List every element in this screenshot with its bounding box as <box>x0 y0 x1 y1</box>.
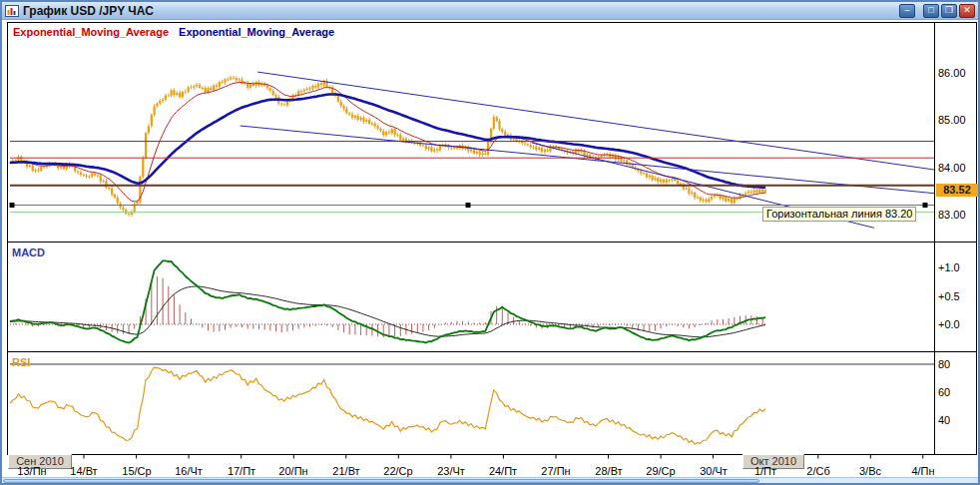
minimize-icon: – <box>904 5 909 15</box>
line-handle <box>923 203 928 208</box>
date-label: 28/Вт <box>586 466 632 477</box>
minimize-button[interactable]: – <box>899 4 915 18</box>
price-axis-label: 83.00 <box>938 209 966 221</box>
maximize-icon: □ <box>928 5 933 15</box>
window-icon <box>5 5 19 17</box>
candlesticks <box>9 76 766 217</box>
chart-body: Exponential_Moving_Average Exponential_M… <box>2 20 978 477</box>
price-axis-label: 86.00 <box>938 67 966 79</box>
date-label: 22/Ср <box>375 466 421 477</box>
macd-axis-label: +1.0 <box>938 261 960 273</box>
line-handle <box>466 203 471 208</box>
date-label: 20/Пн <box>270 466 316 477</box>
macd-axis-label: +0.5 <box>938 290 960 302</box>
current-price-tag: 83.52 <box>936 184 978 197</box>
rsi-axis-label: 60 <box>938 386 950 398</box>
indicator-legend: Exponential_Moving_Average Exponential_M… <box>13 26 334 38</box>
trendline-tooltip: Горизонтальная линия 83.20 <box>762 207 916 222</box>
date-label: 15/Ср <box>114 466 160 477</box>
close-icon: ✕ <box>963 5 971 15</box>
date-label: 14/Вт <box>61 466 107 477</box>
titlebar[interactable]: График USD /JPY ЧАС – □ ❐ ✕ <box>2 2 978 20</box>
price-axis-label: 85.00 <box>938 114 966 126</box>
date-label: 23/Чт <box>428 466 474 477</box>
date-label: 3/Вс <box>847 466 893 477</box>
rsi-axis-label: 80 <box>938 358 950 370</box>
restore-icon: ❐ <box>945 5 953 15</box>
date-label: 17/Пт <box>219 466 264 477</box>
date-label: 2/Сб <box>795 466 841 477</box>
price-axis-label: 84.00 <box>938 162 966 174</box>
chart-canvas[interactable] <box>2 20 978 477</box>
date-label: 24/Пт <box>480 466 526 477</box>
date-label: 29/Ср <box>638 466 684 477</box>
maximize-button[interactable]: □ <box>923 4 939 18</box>
date-label: 21/Вт <box>323 466 369 477</box>
chart-window: График USD /JPY ЧАС – □ ❐ ✕ Exponential_… <box>0 0 980 485</box>
line-handle <box>10 203 15 208</box>
legend-ema-slow: Exponential_Moving_Average <box>179 26 334 38</box>
date-label: 4/Пн <box>900 466 946 477</box>
restore-button[interactable]: ❐ <box>941 4 957 18</box>
window-controls: – □ ❐ ✕ <box>899 4 975 18</box>
date-label: 16/Чт <box>166 466 212 477</box>
date-label: 27/Пн <box>533 466 579 477</box>
rsi-axis-label: 40 <box>938 414 950 426</box>
scrollbar-thumb[interactable] <box>3 479 759 483</box>
window-title: График USD /JPY ЧАС <box>23 3 895 19</box>
macd-label: MACD <box>12 246 45 258</box>
date-label: 13/Пн <box>9 466 55 477</box>
panel-borders <box>8 23 977 455</box>
rsi-label: RSI <box>12 356 30 368</box>
horizontal-scrollbar[interactable] <box>2 477 978 483</box>
ema-fast-line <box>10 83 765 202</box>
rsi-line <box>10 367 765 444</box>
legend-ema-fast: Exponential_Moving_Average <box>13 26 169 38</box>
macd-histogram <box>10 276 762 337</box>
close-button[interactable]: ✕ <box>959 4 975 18</box>
date-label: 1/Пт <box>742 466 788 477</box>
date-label: 30/Чт <box>691 466 736 477</box>
macd-axis-label: +0.0 <box>938 318 960 330</box>
